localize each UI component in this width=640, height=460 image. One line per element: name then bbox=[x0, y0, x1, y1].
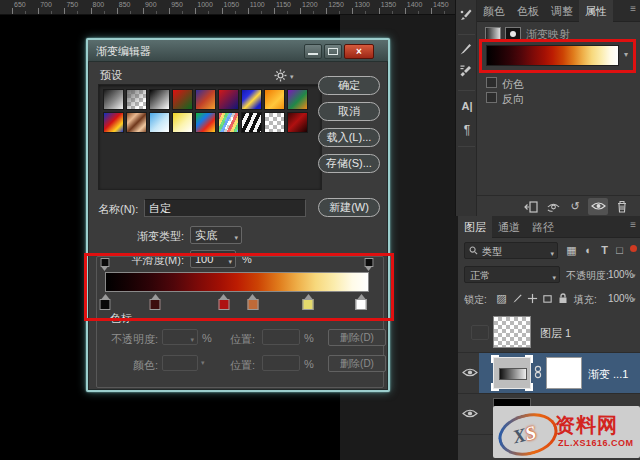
lock-position-icon[interactable] bbox=[525, 291, 540, 306]
tab-paths[interactable]: 路径 bbox=[526, 216, 560, 238]
visibility-eye-icon[interactable] bbox=[462, 367, 479, 379]
name-input[interactable]: 自定 bbox=[144, 199, 306, 217]
dialog-titlebar[interactable]: 渐变编辑器 × bbox=[88, 40, 388, 62]
ruler-tick: 1150 bbox=[274, 0, 300, 14]
ruler-label: 950 bbox=[171, 1, 183, 9]
opacity-position-input[interactable] bbox=[262, 329, 300, 345]
load-button[interactable]: 载入(L)... bbox=[318, 128, 380, 147]
layer-thumbnail[interactable] bbox=[493, 316, 531, 348]
layer-row-gradient[interactable]: 渐变 ...1 bbox=[458, 353, 640, 394]
visibility-toggle-active[interactable] bbox=[588, 198, 608, 215]
ok-button[interactable]: 确定 bbox=[318, 76, 380, 95]
lock-transparency-icon[interactable]: ▨ bbox=[494, 291, 509, 306]
view-previous-state-icon[interactable] bbox=[545, 199, 561, 214]
ruler-tick: 850 bbox=[117, 0, 143, 14]
gradient-preset-swatch[interactable] bbox=[149, 112, 170, 133]
ruler-tick: 700 bbox=[38, 0, 64, 14]
mask-link-icon[interactable] bbox=[534, 365, 543, 381]
chevron-down-icon[interactable]: ▾ bbox=[632, 272, 636, 280]
save-button[interactable]: 存储(S)... bbox=[318, 154, 380, 173]
chevron-down-icon: ▾ bbox=[234, 231, 238, 245]
visibility-toggle-off[interactable] bbox=[471, 325, 489, 340]
character-panel-icon[interactable]: A| bbox=[459, 98, 475, 114]
filter-shape-layers-icon[interactable]: □ bbox=[612, 243, 627, 258]
gradient-fill-thumbnail[interactable] bbox=[493, 357, 531, 389]
close-button[interactable]: × bbox=[344, 44, 374, 59]
stop-color-label: 颜色: bbox=[88, 358, 158, 373]
cancel-button[interactable]: 取消 bbox=[318, 102, 380, 121]
tab-channels[interactable]: 通道 bbox=[492, 216, 526, 238]
filter-type-layers-icon[interactable]: T bbox=[597, 243, 612, 258]
visibility-eye-icon[interactable] bbox=[462, 408, 479, 420]
delete-color-stop-button[interactable]: 删除(D) bbox=[328, 355, 386, 372]
gradient-preset-swatch[interactable] bbox=[195, 112, 216, 133]
layer-opacity-value[interactable]: 100% bbox=[608, 269, 634, 280]
layer-filter-select[interactable]: 类型 ▾ bbox=[464, 242, 558, 259]
reverse-checkbox[interactable] bbox=[486, 92, 497, 103]
lock-all-icon[interactable] bbox=[555, 291, 570, 306]
gradient-preset-swatch[interactable] bbox=[103, 112, 124, 133]
layer-mask-thumbnail[interactable] bbox=[546, 357, 582, 389]
new-button[interactable]: 新建(W) bbox=[318, 198, 380, 217]
filter-adjustment-layers-icon[interactable]: ◐ bbox=[581, 243, 596, 258]
filter-toggle-icon[interactable] bbox=[630, 245, 637, 252]
brush-panel-icon[interactable] bbox=[459, 42, 475, 58]
panel-menu-icon[interactable]: ≡ bbox=[630, 3, 636, 14]
presets-menu-caret-icon[interactable]: ▾ bbox=[290, 73, 294, 81]
lock-artboard-icon[interactable] bbox=[540, 291, 555, 306]
layer-name[interactable]: 渐变 ...1 bbox=[588, 367, 628, 382]
gradient-preset-swatch[interactable] bbox=[218, 89, 239, 110]
tab-swatches[interactable]: 色板 bbox=[511, 0, 545, 22]
gradient-preset-swatch[interactable] bbox=[126, 112, 147, 133]
brushes-panel-icon[interactable] bbox=[459, 8, 475, 24]
color-position-input[interactable] bbox=[262, 355, 300, 371]
reverse-label: 反向 bbox=[502, 92, 524, 107]
ruler-label: 1150 bbox=[276, 1, 291, 9]
gradient-preset-swatch[interactable] bbox=[241, 89, 262, 110]
gradient-type-select[interactable]: 实底 ▾ bbox=[190, 226, 242, 244]
tab-layers[interactable]: 图层 bbox=[458, 216, 492, 238]
clip-to-layer-icon[interactable] bbox=[523, 199, 539, 214]
paragraph-panel-icon[interactable]: ¶ bbox=[459, 122, 475, 138]
ruler-tick: 1250 bbox=[326, 0, 352, 14]
layer-name[interactable]: 图层 1 bbox=[540, 326, 571, 341]
maximize-button[interactable] bbox=[324, 44, 342, 59]
stop-color-swatch[interactable] bbox=[162, 355, 198, 371]
tab-adjustments[interactable]: 调整 bbox=[545, 0, 579, 22]
chevron-down-icon[interactable]: ▾ bbox=[632, 296, 636, 304]
tab-color[interactable]: 颜色 bbox=[477, 0, 511, 22]
brush-settings-panel-icon[interactable] bbox=[459, 64, 475, 80]
gradient-preset-swatch[interactable] bbox=[218, 112, 239, 133]
ruler-tick: 900 bbox=[143, 0, 169, 14]
panel-menu-icon[interactable]: ≡ bbox=[630, 219, 636, 230]
gradient-preset-swatch[interactable] bbox=[172, 112, 193, 133]
gradient-preset-swatch[interactable] bbox=[287, 112, 308, 133]
delete-opacity-stop-button[interactable]: 删除(D) bbox=[328, 329, 386, 346]
blend-mode-select[interactable]: 正常 ▾ bbox=[464, 266, 560, 283]
gradient-preset-swatch[interactable] bbox=[241, 112, 262, 133]
gear-icon[interactable] bbox=[274, 69, 287, 82]
watermark: XS 资料网 ZL.XS1616.COM bbox=[493, 406, 640, 458]
tab-properties[interactable]: 属性 bbox=[579, 0, 613, 22]
dither-checkbox[interactable] bbox=[486, 77, 497, 88]
fill-value[interactable]: 100% bbox=[608, 293, 634, 304]
gradient-preset-swatch[interactable] bbox=[195, 89, 216, 110]
layer-row-layer1[interactable]: 图层 1 bbox=[458, 312, 640, 353]
gradient-preset-swatch[interactable] bbox=[264, 112, 285, 133]
position-percent: % bbox=[304, 332, 314, 344]
reset-icon[interactable]: ↺ bbox=[567, 199, 583, 214]
minimize-button[interactable] bbox=[304, 44, 322, 59]
gradient-preset-swatch[interactable] bbox=[287, 89, 308, 110]
lock-label: 锁定: bbox=[464, 293, 487, 307]
filter-pixel-layers-icon[interactable]: ▦ bbox=[564, 243, 579, 258]
gradient-preset-swatch[interactable] bbox=[149, 89, 170, 110]
lock-paint-icon[interactable] bbox=[510, 291, 525, 306]
horizontal-ruler: 650 700 750 800 850 900 950 1000 1050 11… bbox=[0, 0, 455, 15]
gradient-preset-swatch[interactable] bbox=[264, 89, 285, 110]
gradient-preset-swatch[interactable] bbox=[126, 89, 147, 110]
ruler-label: 1100 bbox=[250, 1, 265, 9]
delete-adjustment-icon[interactable] bbox=[614, 199, 630, 214]
gradient-preset-swatch[interactable] bbox=[103, 89, 124, 110]
gradient-preset-swatch[interactable] bbox=[172, 89, 193, 110]
stop-opacity-select[interactable]: ▾ bbox=[162, 329, 198, 345]
